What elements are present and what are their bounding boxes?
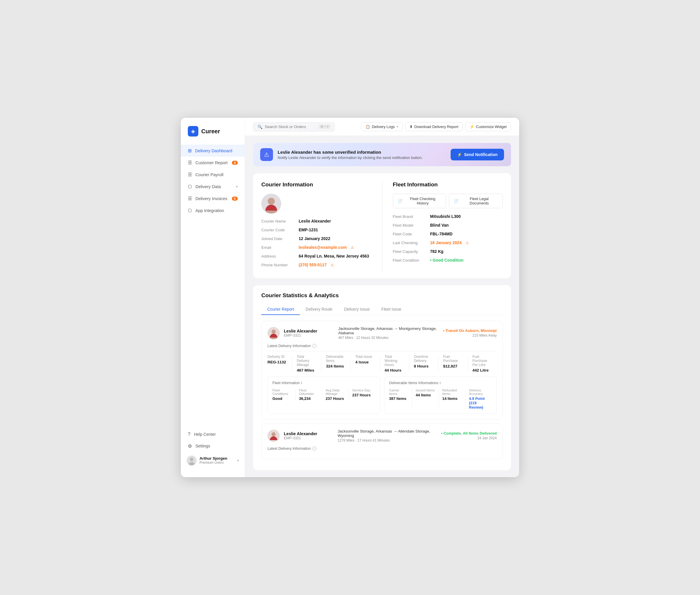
calendar-icon: 📋 xyxy=(365,124,370,129)
arrow-icon: → xyxy=(393,429,398,433)
info-row-courier-code: Courier Code EMP-1231 xyxy=(261,227,371,232)
sidebar-item-customer-report[interactable]: ☰ Customer Report 8 xyxy=(181,157,245,169)
dc-avatar-2 xyxy=(268,430,280,442)
info-label: Phone Number xyxy=(261,263,296,267)
logo-area: ◈ Cureer xyxy=(181,126,245,145)
sidebar-item-delivery-dashboard[interactable]: ⊞ Delivery Dashboard xyxy=(181,145,245,157)
dc-sub-stat-value: Good xyxy=(273,396,292,401)
fleet-checking-history-button[interactable]: 📄 Fleet Checking History xyxy=(393,194,446,208)
lightning-icon: ⚡ xyxy=(457,152,462,157)
fleet-info-title: Fleet Information xyxy=(393,181,503,188)
fleet-info-panel: Fleet Information 📄 Fleet Checking Histo… xyxy=(393,181,503,271)
tab-delivery-route[interactable]: Delivery Route xyxy=(300,304,338,315)
info-label: Joined Date xyxy=(261,236,296,241)
svg-point-2 xyxy=(189,462,195,465)
fleet-sub-title-text: Fleet Information xyxy=(273,381,300,385)
info-value-courier-name: Leslie Alexander xyxy=(299,219,331,223)
sidebar-item-delivery-data[interactable]: ⬡ Delivery Data ▾ xyxy=(181,180,245,193)
dc-sub-stat-value: 237 Hours xyxy=(352,393,371,397)
sidebar-item-settings[interactable]: ⚙ Settings xyxy=(181,440,245,452)
arrow-icon: → xyxy=(394,327,399,331)
dc-name-1: Leslie Alexander xyxy=(284,329,334,333)
badge-delivery-invoices: 5 xyxy=(232,197,238,201)
dc-stat-label: Deliverable Items xyxy=(326,355,346,363)
deliverable-sub-title: Deliverable Items Informations i xyxy=(389,381,492,385)
search-input[interactable] xyxy=(265,124,316,129)
tab-fleet-issue[interactable]: Fleet Issue xyxy=(376,304,407,315)
sidebar-item-label: Courier Payroll xyxy=(195,172,223,177)
svg-point-10 xyxy=(272,432,276,436)
deliverable-sub-panel: Deliverable Items Informations i Carrier… xyxy=(384,376,497,414)
sidebar-item-app-integration[interactable]: ⬡ App Integration xyxy=(181,204,245,217)
fleet-legal-docs-button[interactable]: 📄 Fleet Legal Documents xyxy=(449,194,503,208)
info-label: Fleet Capacity xyxy=(393,249,428,254)
customize-widget-label: Customize Widget xyxy=(476,124,507,129)
delivery-card-2: Leslie Alexander EMP-3321 Jacksonville S… xyxy=(261,424,503,459)
info-label: Last Checking xyxy=(393,240,428,245)
dc-sub-stat-value: 14 Items xyxy=(443,396,462,401)
delivery-logs-button[interactable]: 📋 Delivery Logs ▾ xyxy=(361,122,403,131)
gear-icon: ⚙ xyxy=(188,443,192,449)
tab-delivery-issue[interactable]: Delivery Issue xyxy=(338,304,376,315)
dc-stat-label: Total Delivery Mileage xyxy=(297,355,316,367)
dc-status-2: • Complete, All Items Delivered xyxy=(441,431,497,435)
send-notification-button[interactable]: ⚡ Send Notification xyxy=(451,149,504,161)
logo-icon: ◈ xyxy=(188,126,198,137)
dc-sub-stat-label: Service Day xyxy=(352,389,371,392)
info-icon: i xyxy=(312,344,316,348)
logo-text: Cureer xyxy=(201,128,220,135)
sidebar-item-label: Customer Report xyxy=(195,161,227,165)
sidebar-item-help-center[interactable]: ? Help Center xyxy=(181,428,245,440)
dc-sub-stat-value: 44 Items xyxy=(416,393,435,397)
stats-title: Courier Statistics & Analytics xyxy=(261,292,503,299)
fleet-legal-label: Fleet Legal Documents xyxy=(460,197,498,205)
info-label: Fleet Code xyxy=(393,232,428,236)
info-row-fleet-code: Fleet Code FBL-784MD xyxy=(393,232,503,236)
info-value-address: 64 Royal Ln. Mesa, New Jersey 4563 xyxy=(299,254,369,258)
download-report-button[interactable]: ⬆ Download Delivery Report xyxy=(405,122,463,131)
fleet-buttons: 📄 Fleet Checking History 📄 Fleet Legal D… xyxy=(393,194,503,208)
sidebar-item-delivery-invoices[interactable]: ☰ Delivery Invoices 5 xyxy=(181,193,245,204)
tab-courier-report[interactable]: Courier Report xyxy=(261,304,300,315)
dc-sub-stat-refunded: Refunded Items 14 Items xyxy=(439,389,466,409)
dc-stats-row-1: Delivery ID REG-1132 Total Delivery Mile… xyxy=(268,351,497,372)
topbar: 🔍 ⌘ + F 📋 Delivery Logs ▾ ⬆ Download Del… xyxy=(245,118,519,136)
latest-delivery-text-1: Latest Delivery Information xyxy=(268,344,311,348)
dc-stat-value: 324 Items xyxy=(326,364,346,368)
info-value-fleet-brand: Mitsubishi L300 xyxy=(430,214,461,219)
send-notif-label: Send Notification xyxy=(464,152,498,157)
user-info: Arthur Sjorgen Premium Users xyxy=(199,456,234,464)
dc-stat-value: 467 Miles xyxy=(297,368,316,372)
dc-header-2: Leslie Alexander EMP-3321 Jacksonville S… xyxy=(268,429,497,443)
deliverable-sub-title-text: Deliverable Items Informations xyxy=(389,381,438,385)
sidebar-item-courier-payroll[interactable]: ☰ Courier Payroll xyxy=(181,169,245,180)
info-label: Courier Code xyxy=(261,228,296,232)
fleet-condition-text: Good Condition xyxy=(432,258,464,262)
user-profile[interactable]: Arthur Sjorgen Premium Users ▾ xyxy=(181,452,245,469)
dc-header-1: Leslie Alexander EMP-3321 Jacksonville S… xyxy=(268,327,497,340)
dc-stat-label: Fuel Purchase Per Litre xyxy=(473,355,492,367)
info-row-fleet-condition: Fleet Condition • Good Condition xyxy=(393,258,503,262)
doc-icon: 📄 xyxy=(398,199,402,203)
dc-sub-stat-service-day: Service Day 237 Hours xyxy=(349,389,375,401)
info-row-fleet-brand: Fleet Brand Mitsubishi L300 xyxy=(393,214,503,219)
latest-delivery-text-2: Latest Delivery Information xyxy=(268,447,311,451)
warning-dot-email: ⚠ xyxy=(351,245,354,250)
info-icon: i xyxy=(440,381,441,385)
info-panels: Courier Information Courier Nam xyxy=(253,173,511,278)
courier-info-panel: Courier Information Courier Nam xyxy=(261,181,371,271)
dc-stat-delivery-id: Delivery ID REG-1132 xyxy=(268,355,292,372)
dc-stat-deliverable: Deliverable Items 324 Items xyxy=(321,355,351,372)
dc-person-info-2: Leslie Alexander EMP-3321 xyxy=(284,431,334,440)
dc-stat-total-issue: Total Issue 4 Issue xyxy=(351,355,380,372)
search-box[interactable]: 🔍 ⌘ + F xyxy=(253,122,335,132)
alert-title: Leslie Alexander has some unverified inf… xyxy=(278,150,446,154)
info-icon: i xyxy=(301,381,302,385)
dc-stat-fuel: Fuel Purchase $12,927 xyxy=(438,355,468,372)
download-report-label: Download Delivery Report xyxy=(415,124,458,129)
customize-widget-button[interactable]: ⚡ Customize Widget xyxy=(465,122,511,131)
info-value-courier-code: EMP-1231 xyxy=(299,227,318,232)
dc-route-2: Jacksonville Storage, Arkansas → Allenda… xyxy=(338,429,437,443)
badge-customer-report: 8 xyxy=(232,161,238,165)
svg-point-4 xyxy=(268,198,275,205)
